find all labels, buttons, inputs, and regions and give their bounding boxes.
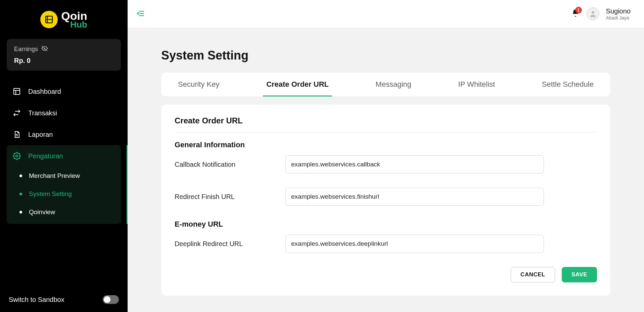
sidebar-item-label: Laporan	[28, 131, 53, 139]
sidebar-nav: Dashboard Transaksi Laporan Pengaturan	[7, 81, 121, 224]
deeplink-label: Deeplink Redirect URL	[175, 240, 279, 248]
sidebar-sub-label: System Setting	[29, 190, 72, 198]
sidebar: Qoin Hub Earnings Rp. 0 Dashboard	[0, 0, 128, 312]
sandbox-label: Switch to Sandbox	[9, 296, 64, 304]
tab-security-key[interactable]: Security Key	[175, 73, 223, 96]
sidebar-sub-merchant-preview[interactable]: Merchant Preview	[7, 167, 121, 185]
coin-icon	[40, 11, 58, 28]
tab-settle-schedule[interactable]: Settle Schedule	[539, 73, 597, 96]
deeplink-input[interactable]	[285, 235, 544, 253]
cancel-button[interactable]: CANCEL	[511, 267, 555, 282]
notifications-button[interactable]: 1	[571, 9, 580, 19]
content: System Setting Security Key Create Order…	[128, 28, 644, 312]
tab-create-order-url[interactable]: Create Order URL	[263, 73, 332, 96]
user-name: Sugiono	[606, 7, 631, 15]
brand-logo: Qoin Hub	[7, 10, 121, 29]
user-info[interactable]: Sugiono Abadi Jaya	[606, 7, 631, 21]
earnings-value: Rp. 0	[14, 57, 113, 65]
report-icon	[13, 130, 21, 139]
user-org: Abadi Jaya	[606, 15, 631, 21]
callback-label: Callback Notification	[175, 161, 279, 168]
earnings-label: Earnings	[14, 46, 38, 53]
dashboard-icon	[13, 87, 21, 95]
sidebar-sub-label: Merchant Preview	[29, 172, 80, 180]
bullet-icon	[19, 193, 22, 195]
sandbox-toggle[interactable]	[103, 295, 119, 304]
save-button[interactable]: SAVE	[562, 267, 597, 282]
main-area: 1 Sugiono Abadi Jaya System Setting Secu…	[128, 0, 644, 312]
redirect-label: Redirect Finish URL	[175, 193, 279, 201]
bullet-icon	[19, 211, 22, 213]
sidebar-group-pengaturan: Pengaturan Merchant Preview System Setti…	[7, 145, 121, 224]
sidebar-item-transaksi[interactable]: Transaksi	[7, 102, 121, 124]
user-icon	[589, 10, 597, 18]
svg-rect-1	[14, 88, 20, 94]
tab-messaging[interactable]: Messaging	[372, 73, 415, 96]
sandbox-toggle-row: Switch to Sandbox	[7, 288, 121, 305]
form-card: Create Order URL General Information Cal…	[161, 105, 610, 296]
sidebar-item-dashboard[interactable]: Dashboard	[7, 81, 121, 102]
sidebar-item-label: Transaksi	[28, 109, 57, 117]
tab-ip-whitelist[interactable]: IP Whitelist	[455, 73, 499, 96]
sidebar-collapse-icon[interactable]	[134, 7, 147, 21]
sidebar-item-label: Dashboard	[28, 88, 61, 95]
sidebar-item-label: Pengaturan	[28, 152, 63, 160]
sidebar-item-pengaturan[interactable]: Pengaturan	[7, 145, 121, 167]
earnings-card: Earnings Rp. 0	[7, 39, 121, 71]
gear-icon	[13, 152, 21, 160]
settings-tabs: Security Key Create Order URL Messaging …	[161, 73, 610, 96]
callback-input[interactable]	[285, 155, 544, 173]
avatar[interactable]	[587, 7, 599, 20]
divider	[175, 132, 597, 132]
visibility-off-icon[interactable]	[41, 45, 48, 53]
sidebar-sub-system-setting[interactable]: System Setting	[7, 185, 121, 203]
emoney-heading: E-money URL	[175, 220, 597, 229]
svg-point-3	[592, 11, 594, 14]
card-title: Create Order URL	[175, 116, 597, 131]
brand-line2: Hub	[70, 20, 87, 29]
redirect-finish-input[interactable]	[285, 188, 544, 206]
transactions-icon	[13, 109, 21, 117]
bullet-icon	[19, 174, 22, 177]
sidebar-sub-qoinview[interactable]: Qoinview	[7, 203, 121, 221]
sidebar-sub-label: Qoinview	[29, 208, 55, 216]
general-info-heading: General Information	[175, 141, 597, 149]
page-title: System Setting	[161, 48, 610, 63]
notification-badge: 1	[575, 7, 582, 13]
svg-point-2	[16, 155, 18, 157]
sidebar-item-laporan[interactable]: Laporan	[7, 124, 121, 145]
topbar: 1 Sugiono Abadi Jaya	[128, 0, 644, 28]
